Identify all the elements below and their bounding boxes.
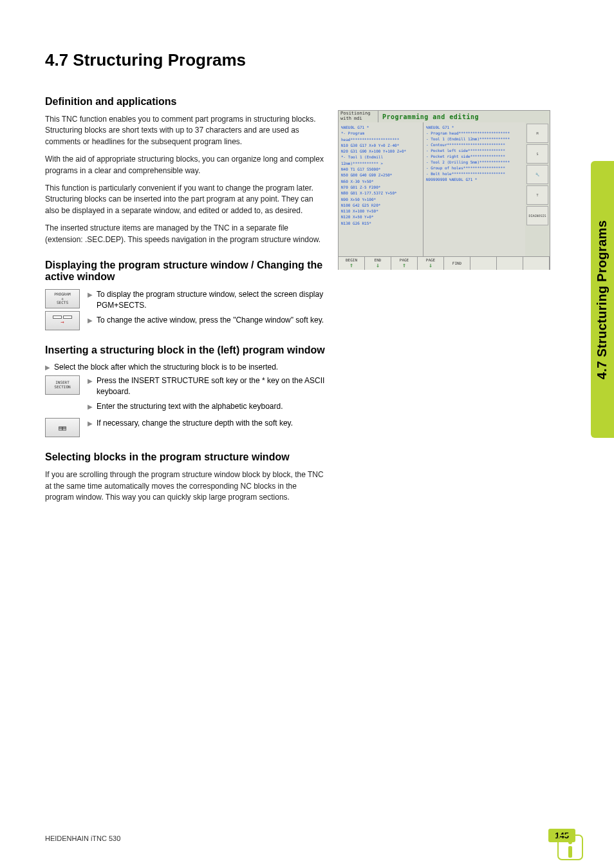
bullet-icon: ▶ <box>88 315 93 326</box>
page-heading: 4.7 Structuring Programs <box>45 50 575 70</box>
softkey-structure-depth[interactable]: ▤▤ <box>45 418 80 437</box>
ss-bottom-button[interactable] <box>523 257 550 270</box>
tnc-screenshot: Positioning with mdi Programming and edi… <box>338 110 550 270</box>
ss-bottom-button[interactable]: FIND <box>444 257 470 270</box>
disp-item-2: To change the active window, press the "… <box>97 315 324 326</box>
ss-right-button[interactable]: S <box>526 144 548 164</box>
insert-item-2: Enter the structuring text with the alph… <box>97 401 283 412</box>
ss-program-pane: %NEU0L G71 **- Program head*************… <box>339 122 423 256</box>
info-icon <box>557 835 583 860</box>
section-select-title: Selecting blocks in the program structur… <box>45 451 325 463</box>
ss-structure-pane: %NEU0L G71 *- Program head**************… <box>423 122 525 256</box>
ss-bottom-button[interactable]: PAGE⇑ <box>391 257 418 270</box>
def-para-3: This function is particularly convenient… <box>45 183 325 216</box>
ss-bottom-button[interactable]: PAGE⇓ <box>418 257 444 270</box>
footer-product: HEIDENHAIN iTNC 530 <box>45 835 120 842</box>
ss-mode-label: Positioning with mdi <box>339 110 378 122</box>
bullet-icon: ▶ <box>88 418 93 429</box>
bullet-icon: ▶ <box>45 363 50 372</box>
disp-item-1: To display the program structure window,… <box>97 289 325 311</box>
def-para-1: This TNC function enables you to comment… <box>45 114 325 147</box>
ss-bottom-softkeys: BEGIN⇑END⇓PAGE⇑PAGE⇓FIND <box>339 256 550 270</box>
def-para-4: The inserted structure items are managed… <box>45 223 325 245</box>
ss-title: Programming and editing <box>378 113 550 120</box>
bullet-icon: ▶ <box>88 375 93 397</box>
structure-depth-icon: ▤▤ <box>59 424 66 431</box>
section-display-title: Displaying the program structure window … <box>45 259 325 283</box>
ss-right-button[interactable]: T <box>526 185 548 205</box>
softkey-change-window[interactable]: → <box>45 311 80 330</box>
ss-bottom-button[interactable] <box>497 257 523 270</box>
bullet-icon: ▶ <box>88 289 93 311</box>
section-definition-title: Definition and applications <box>45 96 325 108</box>
softkey-insert-section[interactable]: INSERT SECTION <box>45 375 80 395</box>
ss-bottom-button[interactable]: BEGIN⇑ <box>339 257 365 270</box>
insert-item-1: Press the INSERT STRUCTURE soft key or t… <box>97 375 325 397</box>
section-insert-title: Inserting a structuring block in the (le… <box>45 344 325 356</box>
select-para-1: If you are scrolling through the program… <box>45 469 325 503</box>
insert-item-3: If necessary, change the structure depth… <box>97 418 293 429</box>
ss-right-button[interactable]: M <box>526 124 548 143</box>
softkey-insert-section-label: INSERT SECTION <box>54 381 70 389</box>
softkey-program-sects-label: PROGRAM + SECTS <box>54 292 70 305</box>
softkey-program-sects[interactable]: PROGRAM + SECTS <box>45 289 80 308</box>
ss-right-button[interactable]: DIAGNOSIS <box>526 206 548 225</box>
ss-bottom-button[interactable] <box>470 257 497 270</box>
bullet-icon: ▶ <box>88 401 93 412</box>
side-tab-text: 4.7 Structuring Programs <box>595 220 610 379</box>
change-window-icon: → <box>53 316 72 326</box>
side-tab: 4.7 Structuring Programs <box>591 161 614 438</box>
ss-right-softkeys: MS🔧TDIAGNOSIS <box>525 122 550 256</box>
def-para-2: With the aid of appropriate structuring … <box>45 154 325 176</box>
ss-bottom-button[interactable]: END⇓ <box>365 257 391 270</box>
ss-right-button[interactable]: 🔧 <box>526 165 548 184</box>
insert-lead: Select the block after which the structu… <box>54 363 278 372</box>
